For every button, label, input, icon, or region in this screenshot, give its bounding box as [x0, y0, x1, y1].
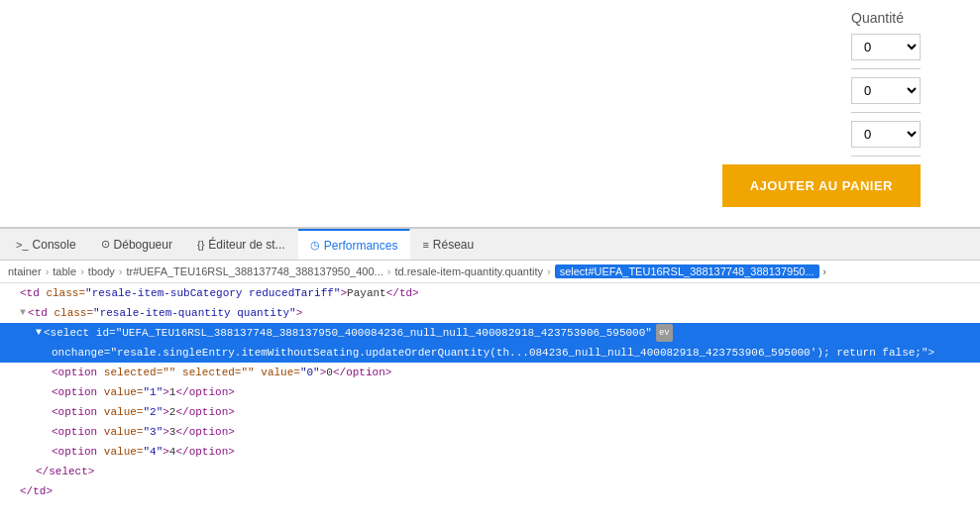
devtools-panel: >_ Console ⊙ Débogueur {} Éditeur de st.… [0, 228, 980, 526]
tab-performances[interactable]: ◷ Performances [298, 229, 411, 260]
quantity-label: Quantité [851, 10, 921, 26]
code-line-5: <option selected="" selected="" value="0… [0, 363, 980, 382]
tab-editor[interactable]: {} Éditeur de st... [185, 229, 298, 260]
breadcrumb-expand-icon[interactable]: › [823, 266, 826, 277]
page-content: Quantité 01234 01234 01234 AJOUTER AU PA… [0, 0, 980, 228]
debugger-icon: ⊙ [101, 238, 110, 251]
breadcrumb-tbody[interactable]: tbody [88, 265, 115, 277]
quantity-section: Quantité 01234 01234 01234 [851, 10, 921, 164]
collapse-arrow-select[interactable]: ▼ [36, 324, 42, 342]
tab-network[interactable]: ≡ Réseau [410, 229, 487, 260]
breadcrumb-select[interactable]: select#UEFA_TEU16RSL_388137748_388137950… [555, 264, 819, 278]
quantity-select-3[interactable]: 01234 [851, 121, 921, 148]
ev-badge: ev [656, 324, 673, 342]
code-line-7: <option value="2">2</option> [0, 402, 980, 422]
add-to-cart-button[interactable]: AJOUTER AU PANIER [722, 164, 921, 207]
code-line-2: ▼ <td class="resale-item-quantity quanti… [0, 303, 980, 323]
breadcrumb-table[interactable]: table [53, 265, 76, 277]
code-line-3: ▼ <select id="UEFA_TEU16RSL_388137748_38… [0, 323, 980, 343]
breadcrumb-td[interactable]: td.resale-item-quantity.quantity [394, 265, 543, 277]
breadcrumb-tr[interactable]: tr#UEFA_TEU16RSL_388137748_388137950_400… [126, 265, 382, 277]
breadcrumb: ntainer › table › tbody › tr#UEFA_TEU16R… [0, 261, 980, 283]
code-line-4: onchange="resale.singleEntry.itemWithout… [0, 343, 980, 363]
devtools-tab-bar: >_ Console ⊙ Débogueur {} Éditeur de st.… [0, 229, 980, 261]
code-line-11: </td> [0, 481, 980, 501]
quantity-select-1[interactable]: 01234 [851, 34, 921, 60]
tab-debugger[interactable]: ⊙ Débogueur [89, 229, 185, 260]
quantity-row-3: 01234 [851, 121, 921, 157]
quantity-row-2: 01234 [851, 77, 921, 113]
performances-icon: ◷ [310, 239, 320, 252]
code-area: <td class="resale-item-subCategory reduc… [0, 283, 980, 526]
code-line-8: <option value="3">3</option> [0, 422, 980, 442]
code-line-10: </select> [0, 462, 980, 481]
quantity-select-2[interactable]: 01234 [851, 77, 921, 104]
code-line-6: <option value="1">1</option> [0, 382, 980, 402]
network-icon: ≡ [422, 239, 428, 251]
tab-console[interactable]: >_ Console [4, 229, 89, 260]
editor-icon: {} [197, 239, 204, 251]
console-icon: >_ [16, 239, 29, 251]
quantity-row-1: 01234 [851, 34, 921, 69]
code-line-9: <option value="4">4</option> [0, 442, 980, 462]
breadcrumb-ntainer[interactable]: ntainer [8, 265, 42, 277]
collapse-arrow-td[interactable]: ▼ [20, 304, 26, 322]
code-line-1: <td class="resale-item-subCategory reduc… [0, 283, 980, 303]
